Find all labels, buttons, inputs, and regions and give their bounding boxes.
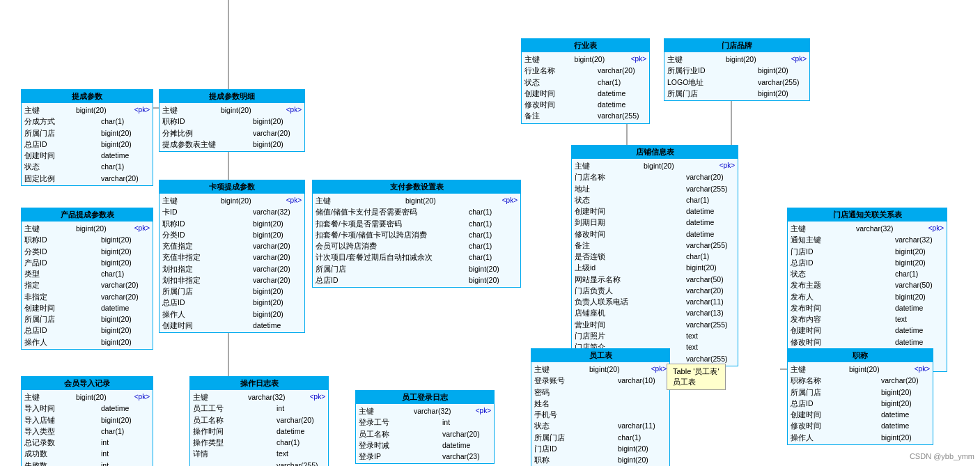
- table-row: 操作人bigint(20): [162, 309, 302, 320]
- table-row: 主键bigint(20)<pk>: [524, 54, 646, 65]
- ticheng-canshu-mingxi-title: 提成参数明细: [160, 90, 304, 103]
- table-row: 所属门店bigint(20): [162, 286, 302, 297]
- table-row: 门店IDbigint(20): [534, 443, 667, 454]
- caozuo-rizhi-table: 操作日志表 主键varchar(32)<pk> 员工工号int 员工名称varc…: [189, 376, 329, 466]
- hangye-title: 行业表: [522, 39, 649, 52]
- table-row: 固定比例varchar(20): [24, 173, 150, 184]
- table-row: 职称IDbigint(20): [162, 218, 302, 229]
- table-row: 负责人联系电话varchar(11): [575, 296, 735, 307]
- table-row: 手机号: [534, 409, 667, 420]
- table-row: 划扣指定varchar(20): [162, 263, 302, 274]
- zhichen-table: 职称 主键bigint(20)<pk> 职称名称varchar(20) 所属门店…: [787, 348, 933, 445]
- tooltip-line1: Table '员工表': [673, 366, 720, 377]
- table-row: 所属门店char(1): [534, 432, 667, 443]
- table-row: 发布时间datetime: [791, 302, 944, 313]
- table-row: 主键bigint(20)<pk>: [24, 223, 150, 234]
- table-row: 创建时间datetime: [524, 88, 646, 99]
- table-row: 充值非指定varchar(20): [162, 251, 302, 263]
- kaxiang-ticheng-title: 卡项提成参数: [160, 180, 304, 194]
- table-row: 备注varchar(255): [524, 110, 646, 121]
- table-row: 总店IDbigint(20): [24, 139, 150, 150]
- table-row: 登录时减datetime: [359, 440, 491, 451]
- table-row: 职称名称varchar(20): [791, 375, 930, 386]
- chanpin-ticheng-table: 产品提成参数表 主键bigint(20)<pk> 职称IDbigint(20) …: [21, 208, 153, 350]
- mendian-tongzhi-title: 门店通知关联关系表: [788, 208, 947, 222]
- table-row: 员工名称varchar(20): [359, 428, 491, 440]
- table-row: 状态varchar(11): [534, 420, 667, 431]
- table-row: 发布主题varchar(50): [791, 279, 944, 290]
- table-row: 总店IDbigint(20): [791, 257, 944, 268]
- table-row: 职称bigint(20): [534, 454, 667, 465]
- zhichen-title: 职称: [788, 349, 933, 362]
- table-row: 营业时间varchar(255): [575, 319, 735, 330]
- table-row: 门店IDbigint(20): [791, 246, 944, 257]
- table-row: 店铺座机varchar(13): [575, 307, 735, 318]
- table-row: 状态char(1): [24, 161, 150, 172]
- zhifu-canshu-title: 支付参数设置表: [313, 180, 520, 194]
- table-row: 登录账号varchar(10): [534, 375, 667, 386]
- tooltip-line2: 员工表: [673, 377, 720, 387]
- table-row: 发布人bigint(20): [791, 291, 944, 302]
- mendian-tongzhi-table: 门店通知关联关系表 主键varchar(32)<pk> 通知主键varchar(…: [787, 208, 947, 372]
- yuangong-biao-table: 员工表 主键bigint(20)<pk> 登录账号varchar(10) 密码 …: [531, 348, 670, 466]
- table-row: 指定varchar(20): [24, 279, 150, 290]
- ticheng-canshu-table: 提成参数 主键bigint(20)<pk> 分成方式char(1) 所属门店bi…: [21, 89, 153, 186]
- table-row: 上级idbigint(20): [575, 262, 735, 273]
- table-row: 类型char(1): [24, 268, 150, 279]
- table-row: 所属门店bigint(20): [24, 127, 150, 139]
- caozuo-rizhi-title: 操作日志表: [190, 377, 328, 390]
- tooltip-box: Table '员工表' 员工表: [667, 364, 726, 390]
- dianpu-xinxi-title: 店铺信息表: [572, 146, 738, 159]
- yuangong-denglu-title: 员工登录日志: [356, 391, 494, 404]
- table-row: 操作人bigint(20): [24, 336, 150, 348]
- table-row: 总店IDbigint(20): [24, 325, 150, 336]
- table-row: 备注varchar(255): [575, 240, 735, 251]
- table-row: 门店照片text: [575, 330, 735, 341]
- table-row: 卡IDvarchar(32): [162, 206, 302, 217]
- yuangong-biao-title: 员工表: [531, 349, 669, 362]
- table-row: ...varchar(255): [193, 460, 325, 466]
- table-row: 到期日期datetime: [575, 217, 735, 228]
- table-row: 行业名称varchar(20): [524, 65, 646, 76]
- table-row: 状态char(1): [575, 194, 735, 205]
- table-row: 创建时间datetime: [791, 325, 944, 336]
- table-row: 创建时间datetime: [162, 320, 302, 331]
- table-row: 姓名: [534, 398, 667, 409]
- mendian-pinpai-title: 门店品牌: [664, 39, 809, 52]
- table-row: 创建时间datetime: [791, 409, 930, 420]
- table-row: 导入店铺bigint(20): [24, 414, 150, 426]
- yuangong-denglu-table: 员工登录日志 主键varchar(32)<pk> 登录工号int 员工名称var…: [355, 390, 495, 464]
- table-row: 门店负责人varchar(20): [575, 285, 735, 296]
- table-row: 职称IDbigint(20): [24, 234, 150, 245]
- table-row: 充值指定varchar(20): [162, 240, 302, 251]
- huiyuan-daoru-title: 会员导入记录: [22, 377, 153, 390]
- table-row: 操作时间datetime: [193, 426, 325, 437]
- table-row: 扣套餐/卡项是否需要密码char(1): [316, 218, 518, 229]
- table-row: 总店IDbigint(20): [791, 398, 930, 409]
- chanpin-ticheng-title: 产品提成参数表: [22, 208, 153, 222]
- table-row: 创建时间datetime: [575, 205, 735, 217]
- table-row: 密码: [534, 387, 667, 398]
- table-row: 主键bigint(20)<pk>: [24, 104, 150, 116]
- table-row: 主键varchar(32)<pk>: [193, 391, 325, 403]
- table-row: 主键bigint(20)<pk>: [316, 195, 518, 206]
- db-diagram: 提成参数 主键bigint(20)<pk> 分成方式char(1) 所属门店bi…: [0, 0, 980, 466]
- table-row: 总店IDbigint(20): [162, 297, 302, 308]
- table-row: 所属门店bigint(20): [24, 313, 150, 325]
- table-row: 提成参数表主键bigint(20): [162, 139, 302, 150]
- table-row: 导入类型char(1): [24, 426, 150, 437]
- table-row: 分成方式char(1): [24, 116, 150, 127]
- table-row: 总店IDbigint(20): [316, 274, 518, 286]
- table-row: 职称IDbigint(20): [162, 116, 302, 127]
- table-row: 会员可以跨店消费char(1): [316, 240, 518, 251]
- table-row: 成功数int: [24, 448, 150, 459]
- table-row: 所属门店bigint(20): [316, 263, 518, 274]
- table-row: 扣套餐/卡项/储值卡可以跨店消费char(1): [316, 229, 518, 240]
- table-row: 主键bigint(20)<pk>: [575, 160, 735, 171]
- table-row: 主键bigint(20)<pk>: [162, 195, 302, 206]
- table-row: 主键varchar(32)<pk>: [359, 405, 491, 417]
- table-row: 主键bigint(20)<pk>: [534, 364, 667, 375]
- table-row: 划扣非指定varchar(20): [162, 274, 302, 286]
- table-row: 操作人bigint(20): [791, 432, 930, 443]
- table-row: 创建时间datetime: [24, 150, 150, 161]
